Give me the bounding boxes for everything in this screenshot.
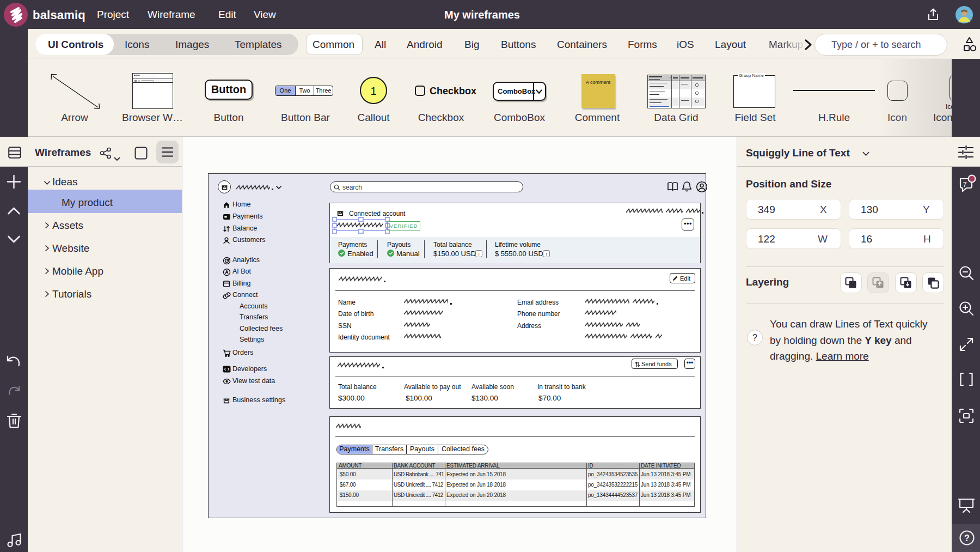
svg-text:7: 7 [963, 180, 966, 189]
svg-text:?: ? [964, 533, 970, 543]
